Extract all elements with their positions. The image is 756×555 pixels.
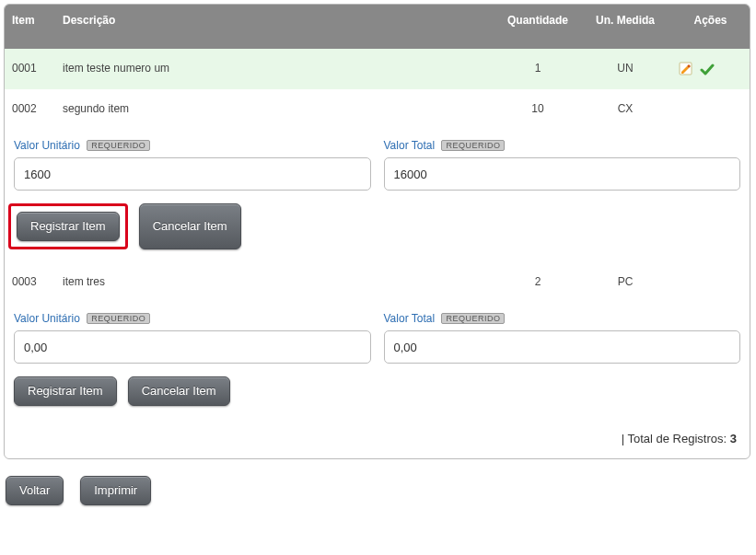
cell-quantidade: 2	[496, 262, 579, 301]
edit-icon[interactable]	[679, 62, 693, 76]
input-valor-unitario[interactable]	[14, 157, 371, 191]
total-registros-value: 3	[730, 432, 737, 445]
cell-un-medida: CX	[579, 89, 671, 128]
input-valor-total[interactable]	[384, 157, 741, 191]
badge-requerido: REQUERIDO	[441, 313, 505, 324]
cell-un-medida: UN	[579, 49, 671, 89]
label-valor-unitario: Valor Unitário	[14, 133, 80, 157]
bottom-buttons: Voltar Imprimir	[0, 463, 756, 522]
cell-acoes	[671, 49, 750, 89]
cancelar-item-button[interactable]: Cancelar Item	[128, 376, 230, 406]
total-registros-label: Total de Registros:	[627, 432, 727, 445]
table-row: 0001 item teste numero um 1 UN	[5, 49, 750, 89]
badge-requerido: REQUERIDO	[87, 140, 150, 151]
col-quantidade: Quantidade	[496, 5, 579, 49]
highlight-registrar: Registrar Item	[8, 203, 128, 249]
label-valor-total: Valor Total	[384, 306, 436, 330]
cancelar-item-button[interactable]: Cancelar Item	[139, 203, 241, 249]
cell-acoes	[671, 89, 750, 128]
input-valor-unitario[interactable]	[14, 330, 371, 364]
items-panel: Item Descrição Quantidade Un. Medida Açõ…	[4, 4, 750, 459]
col-descricao: Descrição	[55, 5, 496, 49]
input-valor-total[interactable]	[384, 330, 741, 364]
label-valor-unitario: Valor Unitário	[14, 306, 80, 330]
imprimir-button[interactable]: Imprimir	[80, 476, 151, 505]
cell-item: 0001	[5, 49, 55, 89]
cell-un-medida: PC	[579, 262, 671, 301]
cell-item: 0003	[5, 262, 55, 301]
form-row: Valor Unitário REQUERIDO Valor Total REQ…	[5, 301, 750, 419]
footer-total: | Total de Registros: 3	[5, 419, 750, 458]
registrar-item-button[interactable]: Registrar Item	[17, 212, 120, 241]
items-table: Item Descrição Quantidade Un. Medida Açõ…	[5, 5, 750, 419]
cell-quantidade: 1	[496, 49, 579, 89]
col-acoes: Ações	[671, 5, 750, 49]
label-valor-total: Valor Total	[384, 133, 436, 157]
badge-requerido: REQUERIDO	[441, 140, 505, 151]
registrar-item-button[interactable]: Registrar Item	[14, 376, 117, 406]
col-un-medida: Un. Medida	[579, 5, 671, 49]
cell-item: 0002	[5, 89, 55, 128]
table-row: 0002 segundo item 10 CX	[5, 89, 750, 128]
check-icon[interactable]	[700, 62, 715, 76]
badge-requerido: REQUERIDO	[87, 313, 150, 324]
cell-descricao: item teste numero um	[55, 49, 496, 89]
cell-descricao: segundo item	[55, 89, 496, 128]
cell-acoes	[671, 262, 750, 301]
voltar-button[interactable]: Voltar	[6, 476, 64, 505]
col-item: Item	[5, 5, 55, 49]
table-row: 0003 item tres 2 PC	[5, 262, 750, 301]
cell-descricao: item tres	[55, 262, 496, 301]
cell-quantidade: 10	[496, 89, 579, 128]
form-row: Valor Unitário REQUERIDO Valor Total REQ…	[5, 128, 750, 262]
